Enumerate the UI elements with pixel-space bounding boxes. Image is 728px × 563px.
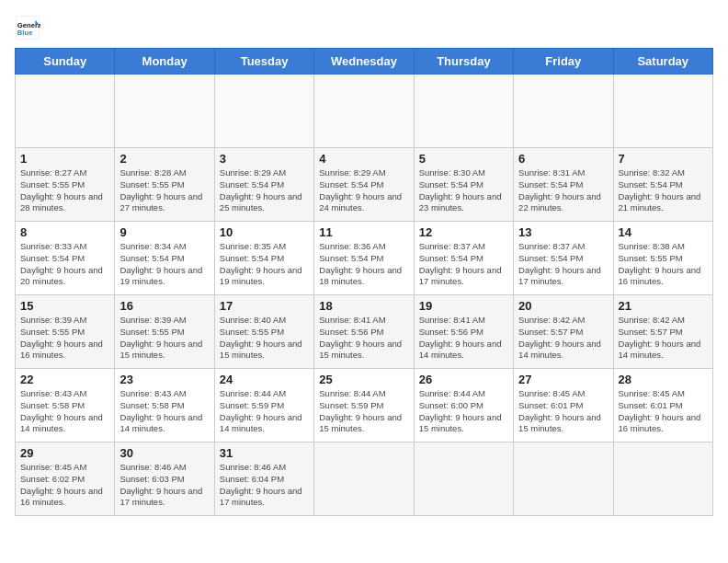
calendar-cell: 31Sunrise: 8:46 AM Sunset: 6:04 PM Dayli…	[214, 442, 313, 516]
day-number: 26	[419, 373, 508, 386]
day-number: 2	[119, 152, 209, 166]
day-content: Sunrise: 8:45 AM Sunset: 6:01 PM Dayligh…	[619, 388, 708, 435]
calendar-cell: 28Sunrise: 8:45 AM Sunset: 6:01 PM Dayli…	[613, 369, 712, 442]
day-number: 29	[20, 446, 109, 460]
day-content: Sunrise: 8:45 AM Sunset: 6:02 PM Dayligh…	[20, 462, 109, 509]
day-content: Sunrise: 8:30 AM Sunset: 5:54 PM Dayligh…	[419, 167, 508, 214]
calendar-cell: 23Sunrise: 8:43 AM Sunset: 5:58 PM Dayli…	[115, 369, 214, 442]
day-content: Sunrise: 8:37 AM Sunset: 5:54 PM Dayligh…	[518, 241, 608, 288]
day-number: 1	[20, 152, 109, 166]
calendar-cell: 25Sunrise: 8:44 AM Sunset: 5:59 PM Dayli…	[314, 369, 414, 442]
weekday-header: Thursday	[414, 49, 513, 75]
logo-icon: General Blue	[15, 15, 40, 40]
weekday-header: Friday	[514, 49, 613, 75]
day-number: 3	[220, 152, 309, 166]
calendar-cell: 17Sunrise: 8:40 AM Sunset: 5:55 PM Dayli…	[214, 295, 313, 369]
day-number: 7	[619, 152, 708, 166]
day-content: Sunrise: 8:46 AM Sunset: 6:04 PM Dayligh…	[220, 462, 309, 509]
calendar-cell: 24Sunrise: 8:44 AM Sunset: 5:59 PM Dayli…	[214, 369, 313, 442]
day-content: Sunrise: 8:44 AM Sunset: 5:59 PM Dayligh…	[319, 388, 408, 435]
calendar-cell: 14Sunrise: 8:38 AM Sunset: 5:55 PM Dayli…	[613, 222, 712, 295]
weekday-header: Wednesday	[314, 49, 414, 75]
day-number: 12	[419, 225, 508, 239]
day-content: Sunrise: 8:37 AM Sunset: 5:54 PM Dayligh…	[419, 241, 508, 288]
calendar-cell: 4Sunrise: 8:29 AM Sunset: 5:54 PM Daylig…	[314, 148, 414, 222]
calendar-table: SundayMondayTuesdayWednesdayThursdayFrid…	[15, 48, 713, 516]
calendar-cell: 9Sunrise: 8:34 AM Sunset: 5:54 PM Daylig…	[115, 222, 214, 295]
calendar-cell: 10Sunrise: 8:35 AM Sunset: 5:54 PM Dayli…	[214, 222, 313, 295]
calendar-cell: 11Sunrise: 8:36 AM Sunset: 5:54 PM Dayli…	[314, 222, 414, 295]
day-number: 5	[419, 152, 508, 166]
calendar-cell: 29Sunrise: 8:45 AM Sunset: 6:02 PM Dayli…	[16, 442, 115, 516]
calendar-cell: 30Sunrise: 8:46 AM Sunset: 6:03 PM Dayli…	[115, 442, 214, 516]
day-number: 18	[319, 299, 408, 313]
calendar-cell: 19Sunrise: 8:41 AM Sunset: 5:56 PM Dayli…	[414, 295, 513, 369]
day-content: Sunrise: 8:42 AM Sunset: 5:57 PM Dayligh…	[619, 315, 708, 362]
day-number: 8	[20, 225, 109, 239]
weekday-header: Saturday	[613, 49, 712, 75]
day-content: Sunrise: 8:36 AM Sunset: 5:54 PM Dayligh…	[319, 241, 408, 288]
calendar-cell	[414, 75, 513, 148]
page-header: General Blue	[15, 15, 713, 40]
day-number: 9	[119, 225, 209, 239]
weekday-header: Monday	[115, 49, 214, 75]
calendar-cell: 8Sunrise: 8:33 AM Sunset: 5:54 PM Daylig…	[16, 222, 115, 295]
day-content: Sunrise: 8:38 AM Sunset: 5:55 PM Dayligh…	[619, 241, 708, 288]
day-number: 20	[518, 299, 608, 313]
day-number: 6	[518, 152, 608, 166]
day-number: 13	[518, 225, 608, 239]
day-number: 4	[319, 152, 408, 166]
day-number: 22	[20, 373, 109, 386]
day-content: Sunrise: 8:46 AM Sunset: 6:03 PM Dayligh…	[119, 462, 209, 509]
day-content: Sunrise: 8:39 AM Sunset: 5:55 PM Dayligh…	[119, 315, 209, 362]
day-content: Sunrise: 8:45 AM Sunset: 6:01 PM Dayligh…	[518, 388, 608, 435]
day-content: Sunrise: 8:28 AM Sunset: 5:55 PM Dayligh…	[119, 167, 209, 214]
day-content: Sunrise: 8:41 AM Sunset: 5:56 PM Dayligh…	[419, 315, 508, 362]
calendar-cell	[613, 75, 712, 148]
day-number: 21	[619, 299, 708, 313]
weekday-header: Tuesday	[214, 49, 313, 75]
day-content: Sunrise: 8:39 AM Sunset: 5:55 PM Dayligh…	[20, 315, 109, 362]
calendar-cell	[314, 75, 414, 148]
svg-text:Blue: Blue	[17, 29, 33, 37]
day-number: 15	[20, 299, 109, 313]
day-number: 11	[319, 225, 408, 239]
day-number: 14	[619, 225, 708, 239]
calendar-cell: 5Sunrise: 8:30 AM Sunset: 5:54 PM Daylig…	[414, 148, 513, 222]
day-content: Sunrise: 8:32 AM Sunset: 5:54 PM Dayligh…	[619, 167, 708, 214]
calendar-cell: 20Sunrise: 8:42 AM Sunset: 5:57 PM Dayli…	[514, 295, 613, 369]
weekday-header: Sunday	[16, 49, 115, 75]
calendar-cell: 13Sunrise: 8:37 AM Sunset: 5:54 PM Dayli…	[514, 222, 613, 295]
day-content: Sunrise: 8:33 AM Sunset: 5:54 PM Dayligh…	[20, 241, 109, 288]
day-content: Sunrise: 8:29 AM Sunset: 5:54 PM Dayligh…	[319, 167, 408, 214]
day-number: 24	[220, 373, 309, 386]
day-content: Sunrise: 8:43 AM Sunset: 5:58 PM Dayligh…	[20, 388, 109, 435]
calendar-cell	[214, 75, 313, 148]
calendar-cell: 21Sunrise: 8:42 AM Sunset: 5:57 PM Dayli…	[613, 295, 712, 369]
day-content: Sunrise: 8:44 AM Sunset: 5:59 PM Dayligh…	[220, 388, 309, 435]
calendar-cell: 27Sunrise: 8:45 AM Sunset: 6:01 PM Dayli…	[514, 369, 613, 442]
day-content: Sunrise: 8:44 AM Sunset: 6:00 PM Dayligh…	[419, 388, 508, 435]
calendar-cell	[16, 75, 115, 148]
day-content: Sunrise: 8:40 AM Sunset: 5:55 PM Dayligh…	[220, 315, 309, 362]
day-content: Sunrise: 8:35 AM Sunset: 5:54 PM Dayligh…	[220, 241, 309, 288]
day-content: Sunrise: 8:42 AM Sunset: 5:57 PM Dayligh…	[518, 315, 608, 362]
calendar-cell: 6Sunrise: 8:31 AM Sunset: 5:54 PM Daylig…	[514, 148, 613, 222]
day-number: 25	[319, 373, 408, 386]
calendar-cell	[514, 75, 613, 148]
day-content: Sunrise: 8:34 AM Sunset: 5:54 PM Dayligh…	[119, 241, 209, 288]
calendar-cell: 3Sunrise: 8:29 AM Sunset: 5:54 PM Daylig…	[214, 148, 313, 222]
day-number: 27	[518, 373, 608, 386]
calendar-cell: 16Sunrise: 8:39 AM Sunset: 5:55 PM Dayli…	[115, 295, 214, 369]
day-content: Sunrise: 8:27 AM Sunset: 5:55 PM Dayligh…	[20, 167, 109, 214]
day-content: Sunrise: 8:31 AM Sunset: 5:54 PM Dayligh…	[518, 167, 608, 214]
day-number: 10	[220, 225, 309, 239]
calendar-cell	[314, 442, 414, 516]
day-number: 30	[119, 446, 209, 460]
day-number: 23	[119, 373, 209, 386]
logo: General Blue	[15, 15, 44, 40]
day-number: 17	[220, 299, 309, 313]
calendar-cell: 26Sunrise: 8:44 AM Sunset: 6:00 PM Dayli…	[414, 369, 513, 442]
calendar-cell: 15Sunrise: 8:39 AM Sunset: 5:55 PM Dayli…	[16, 295, 115, 369]
day-content: Sunrise: 8:41 AM Sunset: 5:56 PM Dayligh…	[319, 315, 408, 362]
